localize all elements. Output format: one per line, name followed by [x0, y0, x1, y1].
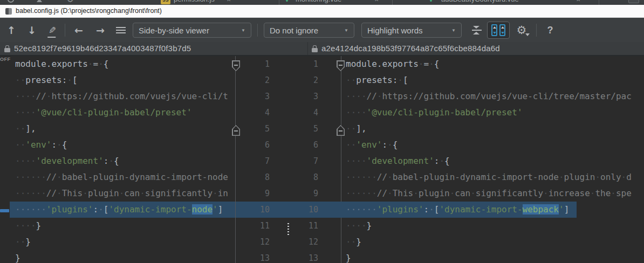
line-number: 4 [242, 105, 270, 121]
line-number: 2 [290, 72, 318, 88]
help-button[interactable]: ? [543, 22, 558, 38]
code-token: ·· [15, 75, 25, 85]
code-token: ···· [15, 91, 36, 101]
code-token: : [424, 204, 429, 214]
settings-button[interactable]: ⚙ [512, 22, 531, 38]
code-line[interactable]: ··'env':·{ [10, 137, 235, 153]
code-token: · [377, 91, 382, 101]
code-token: https://github.com/vuejs/vue-cli/t [51, 91, 228, 101]
code-line[interactable]: ··], [341, 121, 644, 137]
close-icon[interactable]: ✕ [576, 0, 580, 3]
globe-icon[interactable] [8, 0, 14, 3]
splitter-grip[interactable] [287, 223, 289, 235]
close-icon[interactable]: ✕ [227, 0, 231, 3]
tab-permission-js[interactable]: permission.js [174, 0, 215, 3]
code-token: ···· [346, 220, 367, 231]
code-token: : [382, 140, 387, 150]
code-token: '@vue/cli-plugin-babel/preset' [36, 107, 192, 117]
code-token: · [119, 188, 125, 198]
code-line[interactable]: ····'@vue/cli-plugin-babel/preset' [341, 105, 644, 121]
code-line[interactable]: ······//·babel-plugin-dynamic-import-nod… [341, 169, 644, 185]
code-line[interactable]: } [341, 250, 644, 263]
left-diff-pane[interactable]: OFF module.exports·=·{··presets:·[····//… [0, 56, 236, 263]
code-line[interactable]: ······'plugins':·['dynamic-import-node'] [10, 202, 235, 218]
vue-file-icon: V [429, 0, 433, 3]
next-change-button[interactable]: ↓ [24, 22, 40, 38]
code-token: } [356, 237, 361, 247]
code-line[interactable]: ··presets:·[ [341, 72, 644, 88]
code-line[interactable]: ··} [10, 234, 235, 250]
compare-menu-button[interactable] [113, 22, 128, 38]
code-line[interactable]: ··presets:·[ [10, 72, 235, 88]
code-line[interactable]: ······//·This·plugin·can·significantly·i… [341, 185, 644, 202]
collapse-icon [472, 26, 482, 34]
code-line[interactable]: ······'plugins':·['dynamic-import-webpac… [341, 202, 577, 218]
code-token: ······ [15, 188, 46, 198]
code-line[interactable]: module.exports·=·{ [341, 56, 644, 72]
line-number: 6 [242, 137, 270, 153]
code-line[interactable]: ··], [10, 121, 235, 137]
code-token: { [104, 59, 109, 69]
code-line[interactable]: module.exports·=·{ [10, 56, 235, 72]
tab-addbeautycourtyard-vue[interactable]: addBeautyCourtyard.vue [441, 0, 519, 3]
sync-scroll-icon [491, 24, 497, 36]
line-number: 8 [290, 169, 318, 185]
code-token: · [450, 188, 455, 198]
ignore-whitespace-dropdown[interactable]: Do not ignore ▼ [264, 23, 354, 38]
collapse-unchanged-button[interactable] [469, 22, 485, 38]
code-line[interactable]: ······//·babel-plugin-dynamic-import-nod… [10, 169, 235, 185]
code-token: · [439, 156, 444, 166]
code-token: : [434, 156, 440, 166]
tab-monitoring-vue[interactable]: monitoring.vue [296, 0, 341, 3]
right-line-numbers: 12345678910111213 [290, 56, 318, 263]
edit-source-button[interactable]: ✎ [44, 22, 60, 38]
synchronize-scrolling-toggle[interactable] [487, 22, 510, 39]
code-token: · [595, 172, 600, 182]
code-line[interactable]: ····'development':·{ [10, 153, 235, 169]
line-number: 8 [242, 169, 270, 185]
code-token: ·· [346, 123, 356, 134]
highlight-mode-dropdown[interactable]: Highlight words ▼ [361, 23, 462, 38]
line-number: 11 [290, 218, 318, 234]
lock-icon [312, 48, 318, 52]
code-line[interactable]: ····} [10, 218, 235, 234]
code-token: 'dynamic-import- [108, 204, 191, 214]
code-token: can [124, 188, 140, 198]
forward-button[interactable]: → [92, 22, 109, 38]
gear-icon[interactable]: ⚙ [67, 0, 74, 4]
viewer-mode-dropdown[interactable]: Side-by-side viewer ▼ [133, 23, 251, 38]
right-diff-pane[interactable]: module.exports·=·{··presets:·[····//·htt… [341, 56, 644, 263]
back-button[interactable]: ← [70, 22, 87, 38]
line-number: 3 [290, 88, 318, 105]
code-token: plugin [564, 172, 595, 182]
code-line[interactable]: ····'@vue/cli-plugin-babel/preset' [10, 105, 235, 121]
code-token: 'plugins' [46, 204, 93, 214]
toolbar-separator [257, 24, 258, 37]
previous-change-button[interactable]: ↑ [3, 22, 19, 38]
code-line[interactable]: ····} [341, 218, 644, 234]
code-token: } [25, 237, 31, 247]
chevron-down-icon: ▼ [344, 28, 348, 33]
code-line[interactable]: ····'development':·{ [341, 153, 644, 169]
code-line[interactable]: ······//·This·plugin·can·significantly·i… [10, 185, 235, 202]
code-token: ·· [15, 123, 25, 134]
code-token: ] [564, 204, 570, 214]
code-token: // [46, 172, 57, 182]
code-line[interactable]: ····//·https://github.com/vuejs/vue-cli/… [341, 88, 644, 105]
pencil-icon: ✎ [49, 25, 56, 36]
code-token: ···· [15, 220, 36, 231]
triangle-icon[interactable] [37, 0, 42, 2]
code-line[interactable]: } [10, 250, 235, 263]
code-token: { [114, 156, 119, 166]
hidden-tabs-icon[interactable] [628, 0, 639, 3]
code-line[interactable]: ····//·https://github.com/vuejs/vue-cli/… [10, 88, 235, 105]
toolbar-separator [536, 24, 537, 37]
code-token: : [93, 204, 99, 214]
code-line[interactable]: ··} [341, 234, 644, 250]
ignore-whitespace-value: Do not ignore [270, 26, 318, 35]
line-number: 5 [242, 121, 270, 137]
code-token: · [98, 59, 104, 69]
code-line[interactable]: ··'env':·{ [341, 137, 644, 153]
code-token: [ [72, 75, 78, 85]
close-icon[interactable]: ✕ [374, 0, 379, 3]
